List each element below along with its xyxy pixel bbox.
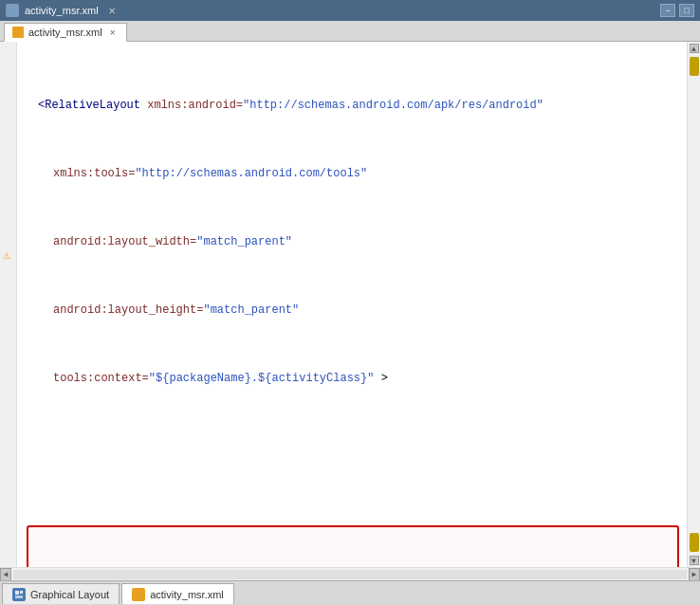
code-scroll-area[interactable]: <RelativeLayout xmlns:android="http://sc… — [17, 42, 687, 567]
xml-file-icon — [12, 27, 24, 38]
code-line-2: xmlns:tools="http://schemas.android.com/… — [23, 165, 683, 182]
highlight-block: <TextView android:id="@+id/textViewInfo"… — [27, 525, 679, 567]
tab-close-button[interactable]: × — [107, 27, 119, 38]
scrollbar-bottom-thumb — [690, 533, 699, 552]
vertical-scrollbar[interactable]: ▲ ▼ — [687, 42, 700, 567]
code-content: <RelativeLayout xmlns:android="http://sc… — [17, 42, 687, 567]
title-bar-close-x: ✕ — [108, 6, 116, 16]
graphical-layout-icon — [12, 588, 26, 601]
horizontal-scrollbar-track — [13, 570, 687, 579]
title-bar-left: activity_msr.xml ✕ — [6, 4, 116, 17]
file-tab-label: activity_msr.xml — [28, 27, 102, 38]
code-line-5: tools:context="${packageName}.${activity… — [23, 370, 683, 387]
scrollbar-bottom-area — [690, 533, 699, 556]
restore-button[interactable]: □ — [679, 4, 694, 17]
xml-tab-icon — [132, 588, 145, 601]
title-bar-filename: activity_msr.xml — [25, 5, 99, 16]
graphical-layout-tab[interactable]: Graphical Layout — [2, 583, 120, 604]
editor-gutter: ⚠ — [0, 42, 17, 567]
editor-main: ⚠ <RelativeLayout xmlns:android="http://… — [0, 42, 700, 567]
title-bar-controls: − □ — [660, 4, 694, 17]
editor-container: ⚠ <RelativeLayout xmlns:android="http://… — [0, 42, 700, 580]
editor-tab-bar: activity_msr.xml × — [0, 21, 700, 42]
warning-marker: ⚠ — [0, 248, 13, 262]
bottom-tab-bar: Graphical Layout activity_msr.xml — [0, 580, 700, 605]
file-tab-activity-msr[interactable]: activity_msr.xml × — [4, 23, 127, 42]
scroll-left-button[interactable]: ◀ — [0, 568, 11, 581]
xml-tab[interactable]: activity_msr.xml — [121, 583, 234, 604]
scrollbar-top-thumb — [690, 57, 699, 76]
code-line-4: android:layout_height="match_parent" — [23, 302, 683, 319]
svg-rect-0 — [15, 591, 19, 595]
svg-rect-2 — [15, 596, 23, 598]
scrollbar-track — [690, 53, 699, 533]
minimize-button[interactable]: − — [660, 4, 675, 17]
xml-tab-label: activity_msr.xml — [150, 589, 224, 600]
scroll-right-button[interactable]: ▶ — [689, 568, 700, 581]
title-bar: activity_msr.xml ✕ − □ — [0, 0, 700, 21]
code-line-1: <RelativeLayout xmlns:android="http://sc… — [23, 97, 683, 114]
app-icon — [6, 4, 19, 17]
scroll-up-button[interactable]: ▲ — [690, 44, 699, 53]
code-line-6 — [23, 438, 683, 455]
svg-rect-1 — [20, 591, 23, 594]
horizontal-scrollbar[interactable]: ◀ ▶ — [0, 567, 700, 580]
scroll-down-button[interactable]: ▼ — [690, 556, 699, 565]
graphical-layout-label: Graphical Layout — [30, 589, 109, 600]
code-line-3: android:layout_width="match_parent" — [23, 233, 683, 250]
